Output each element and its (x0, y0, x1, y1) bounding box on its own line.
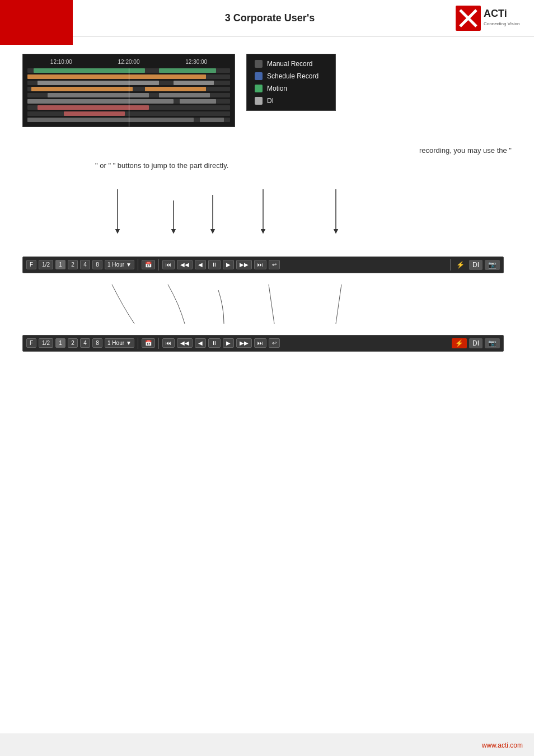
di-btn[interactable]: DI (469, 260, 483, 270)
speed-half-btn[interactable]: 1/2 (39, 260, 53, 269)
return-btn-2[interactable]: ↩ (269, 338, 280, 348)
time-label-2: 12:20:00 (118, 59, 140, 65)
toolbar-section-2: F 1/2 1 2 4 8 1 Hour ▼ 📅 ⏮ ◀◀ ◀ ⏸ ▶ ▶▶ ⏭… (22, 335, 512, 352)
track-segment (31, 87, 133, 91)
separator-5 (158, 338, 159, 349)
timeline-section: 12:10:00 12:20:00 12:30:00 (22, 54, 512, 127)
annotation-svg (22, 189, 504, 245)
active-icon-btn[interactable]: ⚡ (452, 338, 467, 348)
track-segment (27, 74, 206, 79)
legend-panel: Manual Record Schedule Record Motion DI (246, 54, 336, 111)
footer-website: www.acti.com (482, 741, 523, 749)
separator-2 (158, 259, 159, 270)
speed-f-btn-2[interactable]: F (26, 338, 36, 348)
speed-2-btn-2[interactable]: 2 (68, 338, 78, 348)
reverse-btn[interactable]: ◀ (195, 260, 206, 269)
speed-f-btn[interactable]: F (26, 260, 36, 269)
legend-manual-record: Manual Record (255, 60, 327, 68)
description-section: recording, you may use the " " or " " bu… (22, 144, 512, 172)
time-label-1: 12:10:00 (50, 59, 72, 65)
legend-color-di (255, 97, 263, 105)
footer: www.acti.com (0, 734, 534, 756)
fast-forward-btn-2[interactable]: ▶▶ (236, 338, 252, 348)
separator-3 (450, 259, 451, 270)
legend-label-manual: Manual Record (267, 60, 312, 68)
track-segment (145, 87, 206, 91)
return-btn[interactable]: ↩ (269, 260, 280, 269)
pause-btn-2[interactable]: ⏸ (208, 338, 221, 348)
toolbar-2: F 1/2 1 2 4 8 1 Hour ▼ 📅 ⏮ ◀◀ ◀ ⏸ ▶ ▶▶ ⏭… (22, 335, 504, 352)
di-btn-2[interactable]: DI (469, 338, 483, 348)
separator-4 (138, 338, 138, 349)
separator-1 (138, 259, 138, 270)
legend-label-motion: Motion (267, 85, 287, 92)
fast-reverse-btn-2[interactable]: ◀◀ (177, 338, 193, 348)
track-segment (38, 105, 149, 110)
skip-to-start-btn-2[interactable]: ⏮ (162, 338, 175, 348)
legend-label-di: DI (267, 97, 274, 105)
desc-text-3: " buttons to jump to the part directly. (113, 161, 229, 170)
annotation-overlay (22, 189, 512, 245)
fast-reverse-btn[interactable]: ◀◀ (177, 260, 193, 269)
annotation-labels-svg (22, 284, 504, 329)
zoom-dropdown[interactable]: 1 Hour ▼ (105, 260, 134, 269)
calendar-btn-2[interactable]: 📅 (142, 338, 155, 348)
speed-8-btn[interactable]: 8 (92, 260, 102, 269)
timeline-panel: 12:10:00 12:20:00 12:30:00 (22, 54, 235, 127)
track-segment (64, 111, 125, 116)
legend-motion: Motion (255, 85, 327, 92)
playhead (129, 68, 129, 127)
speed-8-btn-2[interactable]: 8 (92, 338, 102, 348)
record-btn-2[interactable]: 📷 (485, 338, 500, 348)
play-btn-2[interactable]: ▶ (223, 338, 234, 348)
track-segment (200, 118, 224, 122)
speed-4-btn-2[interactable]: 4 (80, 338, 90, 348)
timeline-header: 12:10:00 12:20:00 12:30:00 (27, 59, 230, 65)
pause-btn[interactable]: ⏸ (208, 260, 221, 269)
legend-color-motion (255, 85, 263, 92)
desc-line2: " or " " buttons to jump to the part dir… (95, 159, 512, 172)
svg-text:Connecting Vision: Connecting Vision (484, 21, 519, 26)
track-segment (159, 93, 210, 97)
logo-area: ACTi Connecting Vision (456, 6, 523, 31)
toolbar-section-1: F 1/2 1 2 4 8 1 Hour ▼ 📅 ⏮ ◀◀ ◀ ⏸ ▶ ▶▶ ⏭… (22, 256, 512, 273)
play-btn[interactable]: ▶ (223, 260, 234, 269)
zoom-label: 1 Hour (107, 262, 124, 268)
speed-2-btn[interactable]: 2 (68, 260, 78, 269)
track-segment (27, 99, 174, 104)
annotation-labels (22, 284, 512, 329)
speed-1-btn-2[interactable]: 1 (55, 338, 65, 348)
skip-to-start-btn[interactable]: ⏮ (162, 260, 175, 269)
svg-text:ACTi: ACTi (484, 8, 507, 19)
zoom-label-2: 1 Hour (107, 340, 124, 346)
dropdown-arrow-icon-2: ▼ (126, 340, 132, 346)
page-header: 3 Corporate User's ACTi Connecting Visio… (0, 0, 534, 37)
legend-color-schedule (255, 72, 263, 80)
skip-to-end-btn-2[interactable]: ⏭ (254, 338, 266, 348)
skip-to-end-btn[interactable]: ⏭ (254, 260, 266, 269)
speed-1-btn[interactable]: 1 (55, 260, 65, 269)
toolbar-1: F 1/2 1 2 4 8 1 Hour ▼ 📅 ⏮ ◀◀ ◀ ⏸ ▶ ▶▶ ⏭… (22, 256, 504, 273)
reverse-btn-2[interactable]: ◀ (195, 338, 206, 348)
desc-text-2: " or " (95, 161, 111, 170)
track-segment (27, 118, 194, 122)
track-segment (38, 81, 159, 85)
snapshot-btn[interactable]: ⚡ (454, 260, 467, 270)
page-title: 3 Corporate User's (84, 12, 456, 24)
acti-logo: ACTi Connecting Vision (456, 6, 523, 31)
fast-forward-btn[interactable]: ▶▶ (236, 260, 252, 269)
calendar-btn[interactable]: 📅 (142, 260, 155, 269)
red-accent-decoration (0, 0, 73, 45)
record-btn[interactable]: 📷 (485, 260, 500, 270)
desc-line1: recording, you may use the " (22, 144, 512, 157)
desc-text-1: recording, you may use the " (419, 146, 512, 155)
speed-half-btn-2[interactable]: 1/2 (39, 338, 53, 348)
legend-label-schedule: Schedule Record (267, 72, 318, 80)
zoom-dropdown-2[interactable]: 1 Hour ▼ (105, 338, 134, 348)
legend-di: DI (255, 97, 327, 105)
dropdown-arrow-icon: ▼ (126, 262, 132, 268)
time-label-3: 12:30:00 (185, 59, 207, 65)
track-segment (180, 99, 216, 104)
speed-4-btn[interactable]: 4 (80, 260, 90, 269)
track-segment (174, 81, 214, 85)
